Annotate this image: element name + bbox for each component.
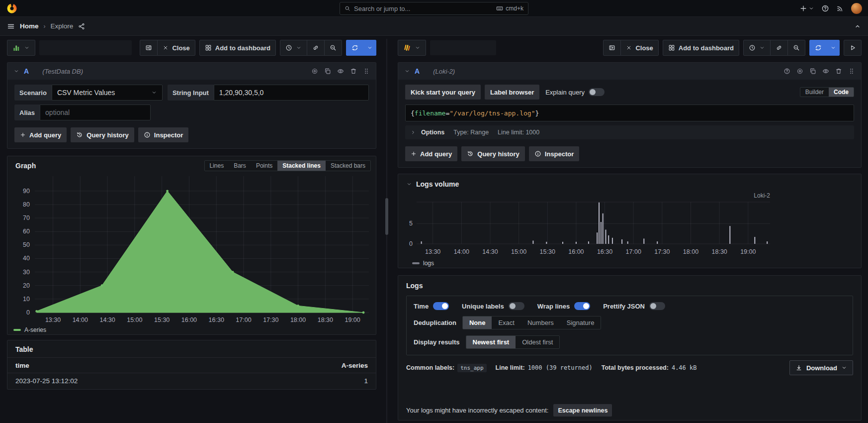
query-ref-id[interactable]: A [24,67,29,75]
mega-menu-button[interactable] [7,22,15,30]
help-button[interactable] [821,4,829,12]
collapse-query-row-button[interactable] [13,68,19,74]
time-range-picker-left[interactable] [280,40,307,56]
logs-toggles-row: TimeUnique labelsWrap linesPrettify JSON [414,302,846,310]
datasource-settings-button[interactable] [311,68,318,75]
news-button[interactable] [836,4,844,12]
download-button[interactable]: Download [789,360,853,375]
collapse-logs-volume-button[interactable] [406,181,412,187]
query-options-row[interactable]: Options Type: Range Line limit: 1000 [405,125,854,139]
toggle-query-visibility-button[interactable] [337,68,344,75]
label-browser-button[interactable]: Label browser [485,85,539,100]
unique-labels-toggle[interactable] [509,302,524,310]
drag-query-handle[interactable] [363,68,370,75]
editor-mode-option[interactable]: Builder [800,88,829,97]
deduplication-option[interactable]: None [463,317,492,329]
add-to-dashboard-button-left[interactable]: Add to dashboard [199,40,276,56]
new-menu-button[interactable] [799,4,814,12]
close-pane-button-left[interactable]: Close [157,40,195,56]
graph-mode-option[interactable]: Bars [229,161,251,171]
column-header[interactable]: time [15,362,29,369]
scenario-select[interactable]: CSV Metric Values [52,85,163,101]
narrow-pane-button[interactable] [603,40,621,56]
share-shortcut-button[interactable] [78,23,85,30]
graph-mode-option[interactable]: Stacked lines [277,161,326,171]
display-results-option[interactable]: Newest first [466,336,516,348]
run-query-button-left[interactable] [346,40,364,56]
add-query-button-right[interactable]: Add query [405,146,457,161]
download-label: Download [806,364,837,372]
explain-query-toggle[interactable] [589,88,605,96]
kick-start-query-button[interactable]: Kick start your query [405,85,481,100]
duplicate-query-button[interactable] [809,68,816,75]
remove-query-button[interactable] [350,68,357,75]
string-input-field[interactable] [214,85,369,101]
remove-query-button[interactable] [835,68,842,75]
inspector-button-left[interactable]: Inspector [138,127,189,142]
column-header[interactable]: A-series [342,362,368,369]
display-results-option[interactable]: Oldest first [516,336,559,348]
run-button[interactable] [844,40,862,56]
pane-resize-handle[interactable] [386,39,387,423]
graph-canvas[interactable]: 010203040506070809013:3014:0014:3015:001… [11,172,373,324]
user-avatar[interactable] [851,3,862,14]
svg-text:18:00: 18:00 [683,248,698,255]
breadcrumb-home[interactable]: Home [20,22,39,30]
breadcrumb-explore[interactable]: Explore [51,22,74,30]
collapse-toolbar-button[interactable] [854,23,861,30]
close-pane-button-right[interactable]: Close [620,40,658,56]
chevron-down-icon [24,45,30,51]
zoom-out-button-left[interactable] [324,40,342,56]
datasource-picker-left[interactable] [7,40,35,56]
datasource-picker-right[interactable] [398,40,426,56]
editor-mode-option[interactable]: Code [829,88,854,97]
datasource-settings-button[interactable] [796,68,803,75]
deduplication-option[interactable]: Signature [560,317,601,329]
eye-icon [337,68,344,75]
query-history-button-right[interactable]: Query history [461,146,525,161]
add-query-button-left[interactable]: Add query [14,127,67,142]
widen-pane-button[interactable] [140,40,158,56]
run-query-button-right[interactable] [809,40,827,56]
zoom-out-button-right[interactable] [787,40,805,56]
time-range-picker-right[interactable] [743,40,771,56]
time-toggle[interactable] [433,302,449,310]
toggle-query-visibility-button[interactable] [822,68,829,75]
graph-mode-option[interactable]: Points [251,161,277,171]
refresh-interval-dropdown-right[interactable] [827,40,840,56]
logs-controls: TimeUnique labelsWrap linesPrettify JSON… [406,296,853,355]
add-query-label: Add query [420,150,452,158]
datasource-help-button[interactable] [783,68,790,75]
search-input[interactable] [354,5,493,12]
add-to-dashboard-button-right[interactable]: Add to dashboard [663,40,739,56]
logs-volume-canvas[interactable]: 0513:3014:0014:3015:0015:3016:0016:3017:… [402,196,858,258]
a-series-legend-label[interactable]: A-series [24,326,46,333]
prettify-json-toggle[interactable] [649,302,665,310]
deduplication-option[interactable]: Exact [492,317,521,329]
graph-mode-option[interactable]: Stacked bars [326,161,370,171]
display-results-group: Newest firstOldest first [466,335,560,349]
resize-grip[interactable] [385,198,388,235]
escape-newlines-button[interactable]: Escape newlines [553,404,612,417]
copy-link-button-left[interactable] [307,40,325,56]
table-row[interactable]: 2023-07-25 13:12:021 [7,373,376,388]
wrap-lines-toggle[interactable] [574,302,590,310]
inspector-button-right[interactable]: Inspector [529,146,580,161]
query-datasource-name: (TestData DB) [42,68,83,75]
logs-legend-swatch [412,262,420,264]
deduplication-option[interactable]: Numbers [521,317,560,329]
loki-query-input[interactable]: {filename="/var/log/tns-app.log"} [405,105,854,121]
grafana-logo-icon[interactable] [6,2,18,14]
copy-link-button-right[interactable] [770,40,788,56]
query-history-button-left[interactable]: Query history [71,127,134,142]
refresh-interval-dropdown-left[interactable] [363,40,376,56]
close-icon [163,45,169,51]
duplicate-query-button[interactable] [324,68,331,75]
logs-legend-label[interactable]: logs [423,260,434,267]
query-ref-id[interactable]: A [415,67,420,75]
drag-query-handle[interactable] [848,68,855,75]
alias-input[interactable] [40,105,151,120]
collapse-query-row-button[interactable] [404,68,410,74]
graph-mode-option[interactable]: Lines [205,161,229,171]
search-bar[interactable]: cmd+k [340,2,528,15]
